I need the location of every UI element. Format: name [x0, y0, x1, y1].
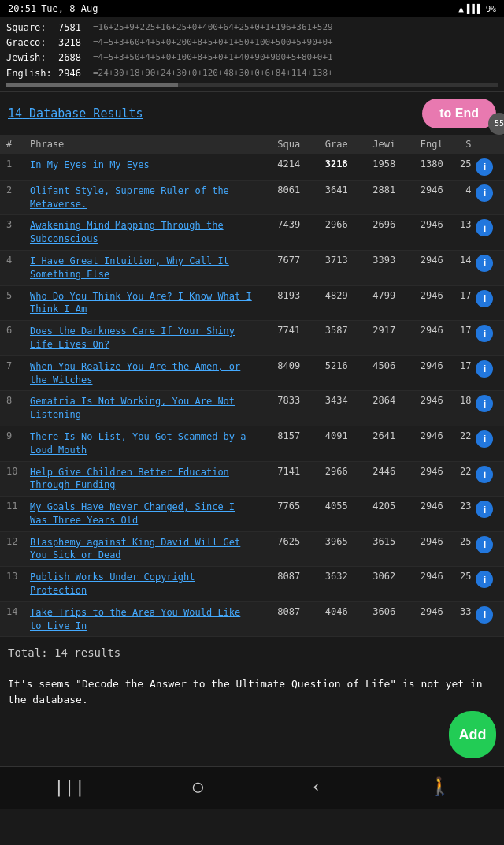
- info-button[interactable]: i: [476, 395, 493, 412]
- status-date: Tue, 8 Aug: [41, 3, 98, 14]
- row-squa: 8061: [255, 180, 303, 215]
- row-grae: 3218: [302, 154, 350, 180]
- row-phrase[interactable]: I Have Great Intuition, Why Call It Some…: [28, 250, 255, 285]
- row-info[interactable]: i: [473, 426, 504, 461]
- battery-level: 9%: [486, 4, 496, 14]
- row-phrase[interactable]: In My Eyes in My Eyes: [28, 154, 255, 180]
- row-num: 9: [0, 426, 28, 461]
- row-squa: 8157: [255, 426, 303, 461]
- row-s: 23: [446, 497, 474, 532]
- info-button[interactable]: i: [476, 501, 493, 518]
- row-phrase[interactable]: There Is No List, You Got Scammed by a L…: [28, 426, 255, 461]
- row-phrase[interactable]: Awakening Mind Mapping Through the Subco…: [28, 215, 255, 251]
- add-button[interactable]: Add: [449, 711, 496, 758]
- info-button[interactable]: i: [476, 571, 493, 588]
- info-button[interactable]: i: [476, 219, 493, 236]
- row-squa: 8193: [255, 285, 303, 321]
- score-label: English:: [6, 66, 54, 81]
- row-engl: 2946: [398, 321, 446, 356]
- score-row: Jewish:2688=4+5+3+50+4+5+0+100+8+5+0+1+4…: [6, 50, 498, 65]
- user-icon[interactable]: 🚶: [429, 776, 450, 796]
- row-phrase[interactable]: Does the Darkness Care If Your Shiny Lif…: [28, 321, 255, 356]
- table-row: 4 I Have Great Intuition, Why Call It So…: [0, 250, 504, 285]
- score-formula: =24+30+18+90+24+30+0+120+48+30+0+6+84+11…: [93, 66, 333, 81]
- info-button[interactable]: i: [476, 255, 493, 272]
- row-phrase[interactable]: Gematria Is Not Working, You Are Not Lis…: [28, 391, 255, 426]
- info-button[interactable]: i: [476, 466, 493, 483]
- info-button[interactable]: i: [476, 158, 493, 176]
- row-info[interactable]: i: [473, 461, 504, 497]
- col-num: #: [0, 135, 28, 154]
- row-jewi: 3062: [350, 567, 398, 602]
- back-icon[interactable]: ‹: [311, 776, 321, 796]
- row-engl: 1380: [398, 154, 446, 180]
- row-phrase[interactable]: Take Trips to the Area You Would Like to…: [28, 601, 255, 637]
- row-squa: 7141: [255, 461, 303, 497]
- results-count[interactable]: 14 Database Results: [8, 106, 143, 121]
- score-label: Graeco:: [6, 35, 54, 50]
- row-engl: 2946: [398, 391, 446, 426]
- info-button[interactable]: i: [476, 325, 493, 342]
- row-jewi: 3393: [350, 250, 398, 285]
- row-engl: 2946: [398, 601, 446, 637]
- row-info[interactable]: i: [473, 285, 504, 321]
- menu-icon[interactable]: |||: [54, 776, 85, 796]
- home-icon[interactable]: ○: [193, 776, 203, 796]
- score-num: 3218: [58, 35, 88, 50]
- row-grae: 4055: [302, 497, 350, 532]
- add-btn-wrap: Add: [0, 711, 504, 766]
- row-jewi: 4799: [350, 285, 398, 321]
- row-grae: 4829: [302, 285, 350, 321]
- row-num: 13: [0, 567, 28, 602]
- row-info[interactable]: i: [473, 215, 504, 251]
- row-phrase[interactable]: When You Realize You Are the Amen, or th…: [28, 355, 255, 391]
- info-button[interactable]: i: [476, 536, 493, 553]
- score-label: Jewish:: [6, 50, 54, 65]
- row-info[interactable]: i: [473, 321, 504, 356]
- row-num: 14: [0, 601, 28, 637]
- info-button[interactable]: i: [476, 184, 493, 202]
- row-info[interactable]: i: [473, 355, 504, 391]
- row-phrase[interactable]: Olifant Style, Supreme Ruler of the Meta…: [28, 180, 255, 215]
- row-s: 22: [446, 426, 474, 461]
- row-squa: 7625: [255, 531, 303, 567]
- row-engl: 2946: [398, 285, 446, 321]
- to-end-button[interactable]: to End: [422, 99, 496, 128]
- score-num: 2688: [58, 50, 88, 65]
- score-num: 7581: [58, 20, 88, 35]
- row-info[interactable]: i: [473, 154, 504, 180]
- row-info[interactable]: i: [473, 531, 504, 567]
- row-info[interactable]: i: [473, 250, 504, 285]
- row-phrase[interactable]: Publish Works Under Copyright Protection: [28, 567, 255, 602]
- row-jewi: 3606: [350, 601, 398, 637]
- row-info[interactable]: i: [473, 391, 504, 426]
- row-squa: 7765: [255, 497, 303, 532]
- row-grae: 3587: [302, 321, 350, 356]
- row-s: 17: [446, 285, 474, 321]
- progress-fill: [6, 83, 178, 87]
- row-phrase[interactable]: Blasphemy against King David Will Get Yo…: [28, 531, 255, 567]
- row-engl: 2946: [398, 426, 446, 461]
- table-header-row: # Phrase Squa Grae Jewi Engl S: [0, 135, 504, 154]
- info-button[interactable]: i: [476, 430, 493, 448]
- score-formula: =4+5+3+60+4+5+0+200+8+5+0+1+50+100+500+5…: [93, 35, 333, 50]
- row-s: 22: [446, 461, 474, 497]
- status-time: 20:51: [8, 3, 36, 14]
- row-phrase[interactable]: My Goals Have Never Changed, Since I Was…: [28, 497, 255, 532]
- row-engl: 2946: [398, 180, 446, 215]
- table-row: 9 There Is No List, You Got Scammed by a…: [0, 426, 504, 461]
- row-info[interactable]: i: [473, 601, 504, 637]
- row-info[interactable]: i: [473, 497, 504, 532]
- info-button[interactable]: i: [476, 606, 493, 624]
- info-button[interactable]: i: [476, 290, 493, 307]
- row-s: 25: [446, 154, 474, 180]
- info-button[interactable]: i: [476, 360, 493, 378]
- row-grae: 5216: [302, 355, 350, 391]
- table-row: 2 Olifant Style, Supreme Ruler of the Me…: [0, 180, 504, 215]
- row-s: 14: [446, 250, 474, 285]
- row-info[interactable]: i: [473, 180, 504, 215]
- row-phrase[interactable]: Help Give Children Better Education Thro…: [28, 461, 255, 497]
- table-row: 13 Publish Works Under Copyright Protect…: [0, 567, 504, 602]
- row-info[interactable]: i: [473, 567, 504, 602]
- row-phrase[interactable]: Who Do You Think You Are? I Know What I …: [28, 285, 255, 321]
